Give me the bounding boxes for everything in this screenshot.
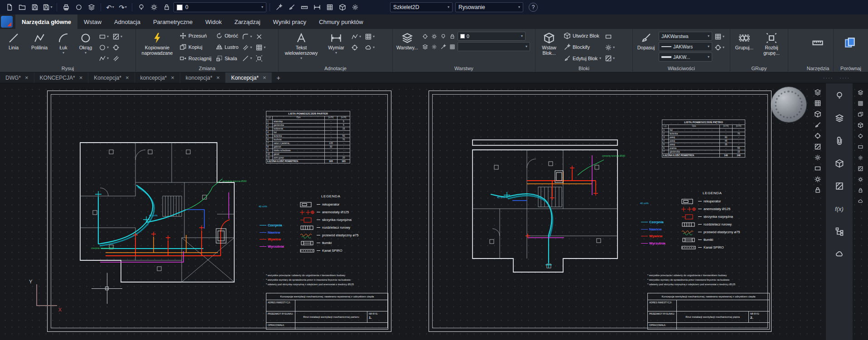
- transparency-button[interactable]: ▾: [714, 42, 725, 53]
- settings-button[interactable]: [349, 2, 361, 13]
- tab-overflow-dots[interactable]: ····: [823, 75, 840, 81]
- undo-button[interactable]: ↶▾: [104, 2, 116, 13]
- linetype-combo[interactable]: JAKWars ▾: [659, 42, 712, 51]
- rect-quick-button[interactable]: [813, 163, 823, 174]
- edge-lock-button[interactable]: [855, 185, 865, 196]
- close-icon[interactable]: ×: [171, 74, 174, 81]
- move-button[interactable]: Przesuń: [178, 30, 213, 41]
- open-file-button[interactable]: [16, 2, 28, 13]
- array-button[interactable]: ▾: [255, 42, 266, 53]
- tab-overflow-dots[interactable]: ····: [839, 75, 868, 81]
- match-properties-button[interactable]: Dopasuj: [635, 30, 657, 64]
- doc-tab-dwg[interactable]: DWG*×: [0, 72, 34, 83]
- blockify-button[interactable]: Blockify: [562, 42, 603, 53]
- layer-combo[interactable]: 0 ▾: [174, 2, 266, 12]
- layer-settings-button[interactable]: [430, 44, 438, 50]
- close-icon[interactable]: ×: [263, 74, 266, 81]
- grid-quick-button[interactable]: [813, 98, 823, 109]
- layer-manager-button[interactable]: Warstwy...: [395, 30, 420, 64]
- edge-hatch-button[interactable]: [855, 163, 865, 174]
- layer-state-combo[interactable]: ▾: [458, 42, 530, 51]
- layer-lock-button[interactable]: [161, 2, 173, 13]
- point-button[interactable]: [111, 42, 123, 53]
- floor-plan-parter[interactable]: [68, 124, 263, 296]
- duct-czerpnia[interactable]: [98, 185, 203, 249]
- plot-preview-button[interactable]: [73, 2, 85, 13]
- doc-tab-koncepcja-3[interactable]: koncepcja*×: [135, 72, 180, 83]
- navigation-ball[interactable]: [771, 87, 806, 122]
- insert-block-button[interactable]: Wstaw Blok...: [537, 30, 561, 64]
- floor-plan-pietro[interactable]: [459, 127, 638, 290]
- edge-gear-button[interactable]: [855, 152, 865, 163]
- edge-sun-button[interactable]: [855, 174, 865, 185]
- workspace-combo[interactable]: Rysowanie ▾: [455, 2, 523, 12]
- publish-button[interactable]: [86, 2, 97, 13]
- create-block-button[interactable]: Utwórz Blok: [562, 30, 603, 41]
- mirror-button[interactable]: Lustro: [214, 42, 240, 53]
- target-quick-button[interactable]: [813, 130, 823, 141]
- hatch-quick-button[interactable]: [813, 141, 823, 152]
- sidebar-light-button[interactable]: [833, 90, 846, 101]
- doc-tab-koncepcja-1[interactable]: KONCEPCJA*×: [34, 72, 89, 83]
- visual-style-combo[interactable]: Szkielet2D ▾: [390, 2, 453, 12]
- tab-chmury-punktow[interactable]: Chmury punktów: [313, 14, 370, 29]
- color-combo[interactable]: JAKWarstwa ▾: [659, 32, 712, 41]
- recuperator-unit[interactable]: [216, 229, 226, 243]
- table-button[interactable]: ▾: [364, 31, 376, 42]
- doc-tab-koncepcja-4[interactable]: koncepcja*×: [180, 72, 226, 83]
- centermark-button[interactable]: [350, 42, 362, 53]
- close-icon[interactable]: ×: [25, 74, 29, 81]
- recuperator-unit[interactable]: [555, 171, 563, 182]
- doc-tab-koncepcja-active[interactable]: Koncepcja*×: [226, 72, 272, 83]
- sidebar-layers-button[interactable]: [833, 112, 846, 124]
- save-button[interactable]: [29, 2, 41, 13]
- tab-widok[interactable]: Widok: [199, 14, 228, 29]
- copy-button[interactable]: Kopiuj: [178, 42, 213, 53]
- layer-on-button[interactable]: [135, 2, 147, 13]
- edge-layers-button[interactable]: [855, 87, 865, 98]
- brush-quick-button[interactable]: [813, 120, 823, 130]
- block-sync-button[interactable]: ▾: [604, 42, 616, 53]
- plot-button[interactable]: [60, 2, 72, 13]
- trim-button[interactable]: ▾: [241, 53, 253, 64]
- quick-select-button[interactable]: [273, 2, 285, 13]
- hatch-button[interactable]: ▾: [111, 31, 123, 42]
- compare-button[interactable]: [835, 30, 864, 64]
- lock-quick-button[interactable]: [813, 185, 823, 196]
- sidebar-cloud-button[interactable]: [833, 248, 846, 260]
- circle-button[interactable]: Okrąg▾: [75, 30, 96, 64]
- dimension-button[interactable]: Wymiar▾: [323, 30, 349, 64]
- ellipse-button[interactable]: ▾: [98, 42, 110, 53]
- sidebar-structure-button[interactable]: [833, 225, 846, 237]
- layer-states-button[interactable]: [448, 44, 456, 50]
- layer-walk-button[interactable]: [421, 34, 429, 39]
- app-logo[interactable]: [1, 16, 13, 28]
- save-as-button[interactable]: ▾: [42, 2, 53, 13]
- layer-thaw-button[interactable]: [148, 2, 160, 13]
- tools-button[interactable]: [805, 30, 831, 64]
- block-quick-button[interactable]: [813, 109, 823, 120]
- group-button[interactable]: Grupuj...: [732, 30, 757, 64]
- drawing-canvas[interactable]: wyrzutnia ścienna Ø160 czerpnia ścienna …: [0, 83, 868, 340]
- stretch-button[interactable]: Rozciągnij: [178, 53, 213, 64]
- close-icon[interactable]: ×: [125, 74, 129, 81]
- close-icon[interactable]: ×: [79, 74, 83, 81]
- tab-zarzadzaj[interactable]: Zarządzaj: [228, 14, 266, 29]
- rectangle-button[interactable]: ▾: [98, 31, 110, 42]
- explode-button[interactable]: [255, 53, 266, 64]
- close-icon[interactable]: ×: [217, 74, 220, 81]
- duct-green-leader[interactable]: [578, 160, 604, 175]
- line-button[interactable]: Linia: [2, 30, 25, 64]
- grid-settings-button[interactable]: [324, 2, 336, 13]
- properties-list-button[interactable]: ▾: [714, 31, 725, 42]
- edge-block-button[interactable]: [855, 120, 865, 130]
- match-properties-button[interactable]: [286, 2, 298, 13]
- edge-grid-button[interactable]: [855, 98, 865, 109]
- polyline-button[interactable]: Polilinia: [27, 30, 52, 64]
- spline-button[interactable]: ▾: [98, 53, 110, 64]
- mtext-button[interactable]: Tekst wielowierszowy▾: [280, 30, 322, 64]
- help-button[interactable]: ?: [529, 3, 538, 12]
- duct-wywiew[interactable]: [527, 170, 596, 196]
- lineweight-combo[interactable]: JAKW... ▾: [659, 53, 712, 62]
- new-doc-tab-button[interactable]: +: [272, 72, 285, 83]
